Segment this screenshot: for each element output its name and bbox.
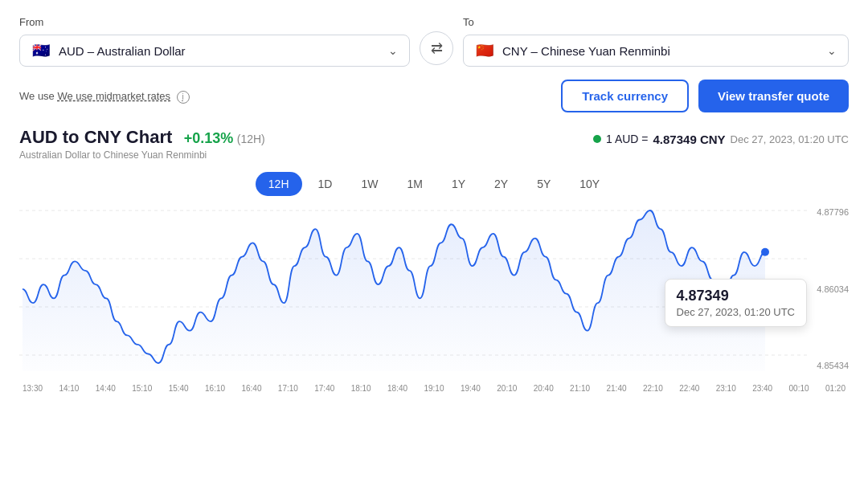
chart-title: AUD to CNY Chart <box>19 127 172 147</box>
rate-status-dot <box>593 135 601 143</box>
x-label-1330: 13:30 <box>23 384 43 393</box>
time-filter-10y[interactable]: 10Y <box>567 172 612 196</box>
x-label-1740: 17:40 <box>314 384 334 393</box>
x-label-1510: 15:10 <box>132 384 152 393</box>
to-label: To <box>463 16 849 28</box>
to-currency-group: To 🇨🇳 CNY – Chinese Yuan Renminbi ⌄ <box>463 16 849 67</box>
to-currency-name: CNY – Chinese Yuan Renminbi <box>502 44 819 58</box>
chart-change: +0.13% <box>184 130 234 146</box>
to-chevron-icon: ⌄ <box>827 44 837 57</box>
info-icon[interactable]: i <box>177 91 190 104</box>
rate-value: 4.87349 CNY <box>653 133 726 146</box>
cny-flag: 🇨🇳 <box>475 43 494 58</box>
x-label-1540: 15:40 <box>169 384 189 393</box>
y-label-min: 4.85434 <box>817 361 849 370</box>
time-filter-5y[interactable]: 5Y <box>524 172 563 196</box>
x-label-1910: 19:10 <box>424 384 444 393</box>
view-transfer-button[interactable]: View transfer quote <box>698 80 849 112</box>
time-filter-12h[interactable]: 12H <box>256 172 302 196</box>
x-label-1440: 14:40 <box>96 384 116 393</box>
swap-button[interactable]: ⇄ <box>420 31 453 65</box>
chart-area: 4.87796 4.86034 4.85434 4.87349 Dec 27, … <box>19 202 849 399</box>
chart-subtitle: Australian Dollar to Chinese Yuan Renmin… <box>19 149 849 161</box>
x-label-2110: 21:10 <box>570 384 590 393</box>
time-filter-1w[interactable]: 1W <box>348 172 391 196</box>
chart-period: (12H) <box>237 133 265 145</box>
y-label-max: 4.87796 <box>817 207 849 217</box>
time-filter-1d[interactable]: 1D <box>305 172 346 196</box>
rate-label: 1 AUD = <box>606 133 649 145</box>
midmarket-section: We use We use midmarket rates i <box>19 88 190 104</box>
from-chevron-icon: ⌄ <box>388 44 398 57</box>
x-label-1940: 19:40 <box>461 384 481 393</box>
to-currency-select[interactable]: 🇨🇳 CNY – Chinese Yuan Renminbi ⌄ <box>463 35 849 67</box>
aud-flag: 🇦🇺 <box>31 43 51 58</box>
x-label-2040: 20:40 <box>534 384 554 393</box>
midmarket-row: We use We use midmarket rates i Track cu… <box>19 80 849 112</box>
x-label-1640: 16:40 <box>241 384 261 393</box>
chart-svg <box>19 202 849 379</box>
time-filter-1y[interactable]: 1Y <box>439 172 478 196</box>
rate-display: 1 AUD = 4.87349 CNY Dec 27, 2023, 01:20 … <box>593 133 849 146</box>
x-label-2240: 22:40 <box>679 384 699 393</box>
x-label-1410: 14:10 <box>59 384 79 393</box>
action-buttons: Track currency View transfer quote <box>561 80 849 112</box>
x-label-1840: 18:40 <box>387 384 407 393</box>
midmarket-text: We use We use midmarket rates i <box>19 90 190 102</box>
x-label-2210: 22:10 <box>643 384 663 393</box>
from-label: From <box>19 16 410 28</box>
y-label-mid2: 4.86034 <box>817 284 849 294</box>
x-label-2310: 23:10 <box>716 384 736 393</box>
chart-title-section: AUD to CNY Chart +0.13% (12H) <box>19 127 265 148</box>
rate-timestamp: Dec 27, 2023, 01:20 UTC <box>731 133 849 145</box>
x-label-0010: 00:10 <box>789 384 809 393</box>
x-label-2140: 21:40 <box>607 384 627 393</box>
time-filter-2y[interactable]: 2Y <box>481 172 521 196</box>
x-label-0120: 01:20 <box>825 384 845 393</box>
x-label-1810: 18:10 <box>351 384 371 393</box>
time-filter-1m[interactable]: 1M <box>394 172 435 196</box>
x-label-2010: 20:10 <box>497 384 517 393</box>
x-label-2340: 23:40 <box>752 384 772 393</box>
chart-header: AUD to CNY Chart +0.13% (12H) 1 AUD = 4.… <box>19 127 849 161</box>
x-label-1610: 16:10 <box>205 384 225 393</box>
track-currency-button[interactable]: Track currency <box>561 80 689 112</box>
x-label-1710: 17:10 <box>278 384 298 393</box>
from-currency-name: AUD – Australian Dollar <box>59 44 380 58</box>
from-currency-group: From 🇦🇺 AUD – Australian Dollar ⌄ <box>19 16 410 67</box>
from-currency-select[interactable]: 🇦🇺 AUD – Australian Dollar ⌄ <box>19 35 410 67</box>
time-filter-bar: 12H 1D 1W 1M 1Y 2Y 5Y 10Y <box>19 172 849 196</box>
svg-point-4 <box>761 248 769 256</box>
